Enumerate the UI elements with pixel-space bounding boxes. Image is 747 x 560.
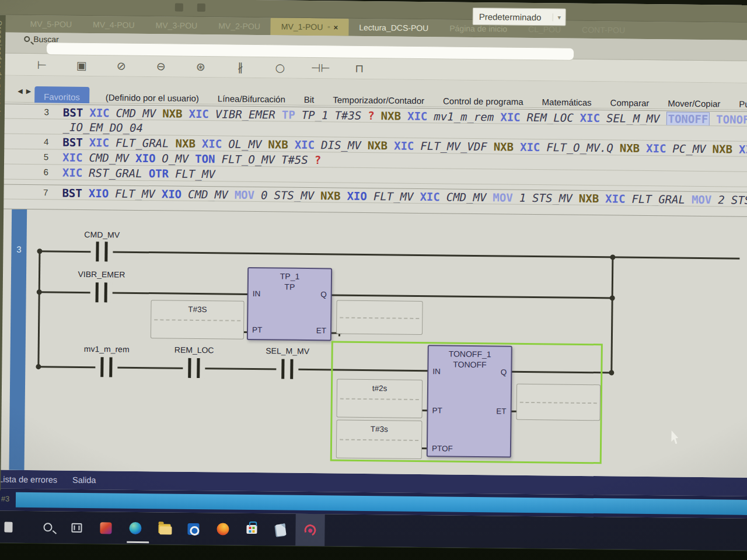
contact-label[interactable]: SEL_M_MV bbox=[266, 346, 309, 356]
set-coil-icon[interactable]: ⊖ bbox=[152, 60, 170, 72]
tab-mv_2-pou[interactable]: MV_2-POU bbox=[208, 17, 271, 35]
contact-label[interactable]: CMD_MV bbox=[84, 230, 120, 240]
contact-mv1-m-rem[interactable] bbox=[95, 357, 117, 377]
token: XIO bbox=[135, 152, 156, 164]
tonoff-function-block[interactable]: TONOFF_1 TONOFF IN Q PT ET PTOF bbox=[427, 345, 512, 458]
contact-label[interactable]: VIBR_EMER bbox=[78, 270, 125, 279]
contact-cmd-mv[interactable] bbox=[90, 242, 113, 261]
tab-label: MV_4-POU bbox=[93, 20, 135, 30]
tab-label: CONT-POU bbox=[582, 25, 625, 35]
pin-in: IN bbox=[432, 367, 441, 376]
token: MOV bbox=[692, 193, 712, 206]
scroll-left-icon[interactable]: ◀ bbox=[18, 88, 26, 102]
instruction-line[interactable]: 7BSTXIOFLT_MVXIOCMD_MVMOV0STS_MVNXBXIOFL… bbox=[0, 184, 747, 207]
negated-contact-icon[interactable]: ∦ bbox=[232, 60, 249, 73]
profile-dropdown-value: Predeterminado bbox=[473, 11, 553, 22]
token: DIS_MV bbox=[321, 138, 361, 152]
token: XIC bbox=[62, 151, 83, 164]
token: BST bbox=[62, 187, 82, 200]
token: SEL_M_MV bbox=[606, 111, 660, 125]
toolbar-glyph-icon bbox=[175, 4, 183, 12]
token: XIC bbox=[295, 138, 315, 151]
tab-cont-pou[interactable]: CONT-POU bbox=[571, 21, 636, 39]
token: FLT_MV bbox=[374, 190, 414, 203]
tab-mv_5-pou[interactable]: MV_5-POU bbox=[19, 15, 82, 33]
token: NXB bbox=[162, 107, 183, 120]
tab-lectura_dcs-pou[interactable]: Lectura_DCS-POU bbox=[348, 19, 439, 37]
profile-dropdown[interactable]: Predeterminado ▾ bbox=[473, 8, 566, 26]
pin-et: ET bbox=[496, 407, 506, 415]
tab-mv_4-pou[interactable]: MV_4-POU bbox=[82, 16, 145, 34]
block-type-name: TONOFF bbox=[428, 359, 511, 370]
tonoff-pt-value: t#2s bbox=[337, 384, 422, 394]
chevron-down-icon[interactable]: ▾ bbox=[553, 13, 566, 21]
junction-dot bbox=[37, 249, 42, 254]
tab-label: Lectura_DCS-POU bbox=[359, 23, 428, 33]
screen-photo: Predeterminado ▾ MV_5-POUMV_4-POUMV_3-PO… bbox=[0, 0, 747, 560]
taskbar-store-button[interactable] bbox=[237, 513, 267, 546]
contact-label[interactable]: REM_LOC bbox=[174, 345, 214, 355]
taskbar-outlook-button[interactable] bbox=[179, 513, 208, 545]
token: XIC bbox=[394, 139, 414, 152]
taskbar-task-view-button[interactable] bbox=[62, 512, 92, 544]
taskbar-codesys-button[interactable] bbox=[295, 514, 325, 547]
token: XIO bbox=[347, 190, 367, 202]
tab-mv_1-pou[interactable]: MV_1-POU▫× bbox=[271, 18, 349, 36]
tp-et-output-box[interactable] bbox=[336, 300, 423, 335]
contact-icon[interactable]: ⊣⊢ bbox=[311, 61, 329, 74]
reset-coil-icon[interactable]: ⊛ bbox=[192, 60, 210, 72]
ladder-editor[interactable]: 3 CMD_MV VIBR_EMER mv1_m_rem REM_LOC SEL… bbox=[0, 208, 747, 478]
taskbar-file-explorer-button[interactable] bbox=[149, 512, 179, 545]
token: ? bbox=[368, 109, 375, 122]
token: XIC bbox=[520, 141, 540, 153]
pin-q: Q bbox=[320, 290, 327, 299]
token: ? bbox=[315, 153, 322, 166]
token: TONOFF bbox=[716, 113, 747, 126]
left-powerrail-icon[interactable]: ⊢ bbox=[33, 58, 51, 71]
rung-number: 3 bbox=[16, 244, 22, 254]
pin-icon[interactable]: ▫ bbox=[327, 23, 330, 31]
token: FLT_O_MV.Q bbox=[546, 141, 613, 154]
task-view-icon bbox=[71, 523, 82, 532]
taskbar-start-button[interactable] bbox=[4, 511, 33, 544]
junction-dot bbox=[610, 295, 615, 300]
taskbar-search-button[interactable] bbox=[33, 511, 62, 544]
pin-pt: PT bbox=[432, 406, 442, 415]
token: TON bbox=[195, 152, 215, 165]
token: mv1_m_rem bbox=[434, 110, 494, 123]
rung-margin[interactable]: 3 bbox=[9, 209, 27, 470]
contact-label[interactable]: mv1_m_rem bbox=[84, 344, 130, 354]
taskbar-edge-button[interactable] bbox=[120, 512, 150, 545]
branch-icon[interactable]: ⊓ bbox=[351, 61, 368, 74]
search-icon bbox=[24, 36, 30, 42]
token: TP bbox=[282, 108, 295, 121]
taskbar-notes-button[interactable] bbox=[266, 513, 296, 546]
status-text: g #3 bbox=[0, 494, 9, 503]
tp-function-block[interactable]: TP_1 TP IN Q PT ET bbox=[247, 267, 332, 341]
negated-coil-icon[interactable]: ⊘ bbox=[113, 59, 130, 72]
network-box-icon[interactable]: ▣ bbox=[73, 58, 90, 71]
token: XIC bbox=[605, 192, 626, 205]
coil-icon[interactable]: ○ bbox=[271, 61, 289, 74]
tonoff-et-output-box[interactable] bbox=[516, 384, 601, 421]
instruction-list-editor[interactable]: 3BSTXICCMD_MVNXBXICVIBR_EMERTPTP_1T#3S?N… bbox=[0, 102, 747, 216]
contact-rem-loc[interactable] bbox=[183, 358, 205, 378]
tonoff-ptof-operand-box[interactable]: T#3s bbox=[336, 420, 423, 460]
scroll-right-icon[interactable]: ▶ bbox=[26, 88, 35, 102]
tp-pt-operand-box[interactable]: T#3S bbox=[151, 300, 245, 340]
start-icon bbox=[4, 522, 12, 532]
token: VIBR_EMER bbox=[215, 107, 275, 121]
taskbar-office-button[interactable] bbox=[91, 512, 121, 544]
tab-output[interactable]: Salida bbox=[72, 475, 96, 485]
token: 1 bbox=[519, 191, 526, 204]
tonoff-ptof-value: T#3s bbox=[337, 425, 421, 435]
wire-segment bbox=[39, 291, 249, 295]
tab-error-list[interactable]: Lista de errores bbox=[0, 474, 57, 484]
close-icon[interactable]: × bbox=[334, 23, 338, 32]
tonoff-pt-operand-box[interactable]: t#2s bbox=[336, 379, 423, 419]
taskbar-firefox-button[interactable] bbox=[208, 513, 238, 545]
token: T#5S bbox=[281, 153, 308, 166]
contact-vibr-emer[interactable] bbox=[90, 282, 113, 302]
tab-mv_3-pou[interactable]: MV_3-POU bbox=[145, 16, 208, 34]
contact-sel-m-mv[interactable] bbox=[276, 359, 298, 379]
